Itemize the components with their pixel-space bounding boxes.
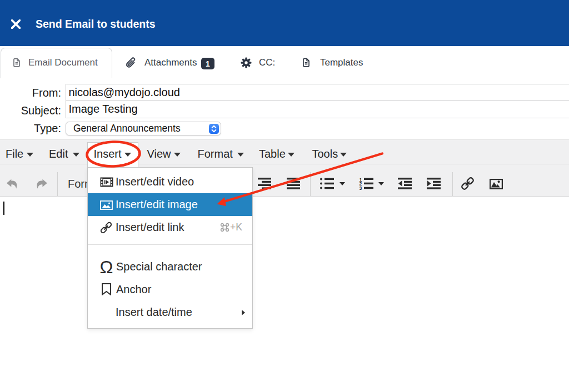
svg-text:3: 3 xyxy=(359,185,362,190)
